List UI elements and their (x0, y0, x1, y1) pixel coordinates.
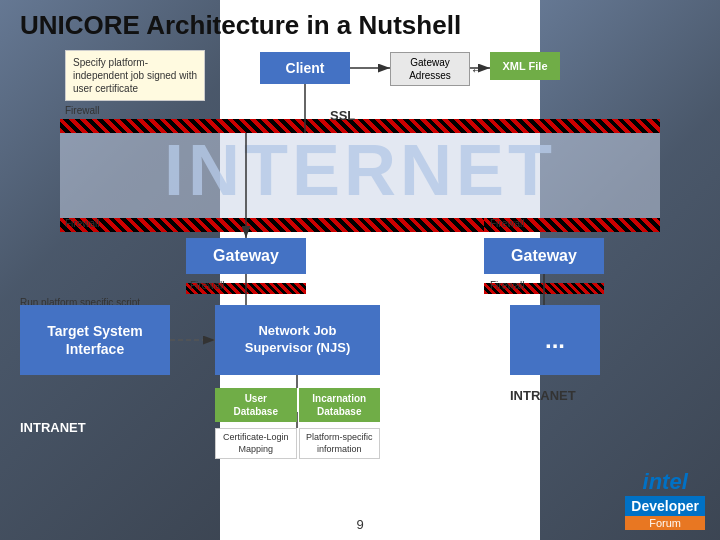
intel-text: intel (625, 469, 705, 495)
page-number: 9 (356, 517, 363, 532)
firewall-label-top: Firewall (65, 105, 99, 116)
certificate-login-label: Certificate-LoginMapping (223, 432, 289, 454)
firewall-band-top (60, 119, 660, 133)
intranet-label-left: INTRANET (20, 420, 86, 435)
user-database-label: UserDatabase (234, 393, 278, 417)
client-box: Client (260, 52, 350, 84)
user-database-box: UserDatabase (215, 388, 297, 422)
platform-info-box: Platform-specificinformation (299, 428, 381, 459)
tooltip-box: Specify platform-independent job signed … (65, 50, 205, 101)
gateway-addresses-box: GatewayAdresses (390, 52, 470, 86)
gateway-right-box: Gateway (484, 238, 604, 274)
intranet-label-right: INTRANET (510, 388, 576, 403)
firewall-band-bottom-left (60, 218, 486, 232)
database-row: UserDatabase IncarnationDatabase (215, 388, 380, 422)
incarnation-database-box: IncarnationDatabase (299, 388, 381, 422)
firewall-label-gw-left: Firewall (190, 280, 224, 291)
firewall-label-bottom-right: Firewall (490, 218, 524, 229)
xml-file-box: XML File (490, 52, 560, 80)
left-arrow: ← (470, 62, 490, 74)
njs-box: Network JobSupervisor (NJS) (215, 305, 380, 375)
developer-text: Developer (625, 496, 705, 516)
client-label: Client (286, 60, 325, 76)
xml-file-label: XML File (502, 60, 547, 72)
forum-text: Forum (625, 516, 705, 530)
platform-info-label: Platform-specificinformation (306, 432, 373, 454)
target-system-box: Target SystemInterface (20, 305, 170, 375)
intel-logo: intel Developer Forum (625, 469, 705, 530)
gateway-right-label: Gateway (511, 247, 577, 265)
njs-label: Network JobSupervisor (NJS) (245, 323, 350, 357)
slide: UNICORE Architecture in a Nutshell Speci… (0, 0, 720, 540)
incarnation-database-label: IncarnationDatabase (312, 393, 366, 417)
slide-title: UNICORE Architecture in a Nutshell (20, 10, 700, 41)
gateway-addresses-label: GatewayAdresses (409, 57, 451, 81)
gateway-left-box: Gateway (186, 238, 306, 274)
internet-section: INTERNET (60, 120, 660, 220)
gateway-left-label: Gateway (213, 247, 279, 265)
certificate-login-box: Certificate-LoginMapping (215, 428, 297, 459)
tooltip-text: Specify platform-independent job signed … (73, 57, 197, 94)
ellipsis-box: ... (510, 305, 600, 375)
firewall-label-bottom-left: Firewall (65, 218, 99, 229)
certificate-row: Certificate-LoginMapping Platform-specif… (215, 428, 380, 459)
internet-text: INTERNET (164, 129, 556, 211)
ellipsis-label: ... (545, 326, 565, 354)
target-system-label: Target SystemInterface (47, 322, 142, 358)
firewall-label-gw-right: Firewall (490, 280, 524, 291)
ssl-label: SSL (330, 108, 355, 123)
